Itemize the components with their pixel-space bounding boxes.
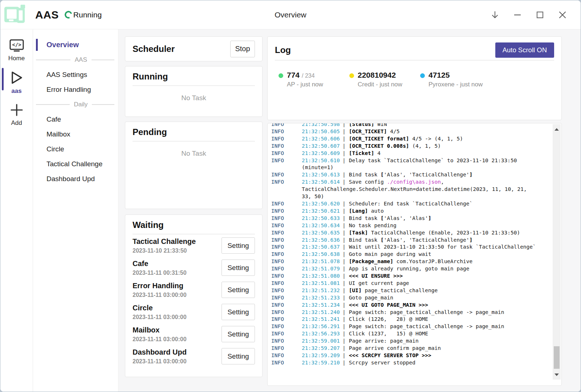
close-button[interactable]	[557, 10, 568, 20]
hide-to-tray-button[interactable]	[490, 10, 500, 20]
stop-button[interactable]: Stop	[230, 41, 255, 57]
log-console: INFO21:32:50.598|[Status] WININFO21:32:5…	[267, 123, 562, 386]
log-line: INFO21:32:50.607|[OCR_TICKET 0.008s] (4,…	[271, 143, 549, 150]
stat-value: 220810942	[358, 71, 396, 79]
log-line: INFO21:32:50.634|No task pending	[271, 222, 549, 229]
nav-item-label: Tactical Challenge	[46, 160, 102, 168]
log-column: Log Auto Scroll ON 774/ 234 AP - just no…	[267, 36, 562, 386]
rail-item-label: Home	[8, 55, 25, 62]
task-next-run-time: 2023-11-11 03:00:00	[133, 358, 187, 365]
log-line: INFO21:32:56.293|Click (1237, 15) @ HOME	[271, 330, 549, 338]
rail-item-aas[interactable]: aas	[0, 67, 33, 100]
nav-panel: Overview AAS AAS Settings Error Handling…	[33, 29, 118, 392]
nav-item-label: AAS Settings	[46, 71, 87, 79]
log-line: INFO21:32:51.081|UI get current page	[271, 280, 549, 287]
scroll-up-arrow-icon	[554, 128, 559, 131]
nav-item-label: Circle	[46, 145, 64, 153]
pending-empty-state: No Task	[133, 150, 255, 158]
log-line: INFO21:32:51.234|<<< UI GOTO PAGE_MAIN >…	[271, 302, 549, 309]
log-line: INFO21:32:50.610|Delay task `TacticalCha…	[271, 157, 549, 164]
nav-group-label: AAS	[75, 56, 87, 64]
log-line: 33, 50)	[271, 193, 549, 200]
stat-label: Credit - just now	[358, 81, 402, 88]
main-area: Scheduler Stop Running No Task Pending N…	[118, 29, 581, 392]
log-line: INFO21:32:50.635|[Task] TacticalChalleng…	[271, 229, 549, 237]
dashboard-stats: 774/ 234 AP - just now 220810942 Credit …	[275, 71, 554, 88]
task-name: Cafe	[133, 260, 187, 268]
nav-item-label: Cafe	[46, 115, 61, 123]
waiting-title: Waiting	[133, 220, 255, 234]
log-line: INFO21:32:59.209|<<< SCRCPY SERVER STOP …	[271, 352, 549, 359]
nav-item-label: Error Handling	[46, 86, 91, 94]
waiting-task-tactical-challenge: Tactical Challenge 2023-11-10 21:33:50 S…	[133, 234, 255, 257]
stat-dot-icon	[349, 73, 354, 78]
stat-value: 47125	[428, 71, 450, 79]
log-scrollbar[interactable]	[553, 124, 561, 380]
log-line: INFO21:32:50.638|Goto main page during w…	[271, 251, 549, 258]
nav-item-overview[interactable]: Overview	[33, 37, 118, 52]
log-title: Log	[275, 45, 291, 55]
close-icon	[558, 11, 566, 19]
setting-button[interactable]: Setting	[222, 260, 255, 276]
maximize-icon	[536, 11, 544, 19]
log-line: INFO21:32:56.291|Page switch: page_tacti…	[271, 323, 549, 330]
stat-label: AP - just now	[287, 81, 323, 88]
task-name: Tactical Challenge	[133, 237, 196, 246]
running-empty-state: No Task	[133, 94, 255, 102]
setting-button[interactable]: Setting	[222, 237, 255, 254]
log-line: INFO21:32:51.241|Click (1226, 28) @ HOME	[271, 316, 549, 323]
nav-item-dashboard-upd[interactable]: Dashboard Upd	[33, 171, 118, 186]
maximize-button[interactable]	[535, 10, 545, 20]
svg-text:</>: </>	[12, 42, 21, 48]
task-next-run-time: 2023-11-11 00:31:50	[133, 270, 187, 276]
auto-scroll-toggle[interactable]: Auto Scroll ON	[495, 42, 554, 58]
log-line: INFO21:32:59.001|Page arrive: page_main	[271, 338, 549, 345]
setting-button[interactable]: Setting	[222, 282, 255, 298]
plus-icon	[9, 103, 24, 117]
waiting-task-cafe: Cafe 2023-11-11 00:31:50 Setting	[133, 257, 255, 279]
minimize-button[interactable]	[512, 10, 523, 20]
log-line: INFO21:32:51.232|[UI] page_tactical_chal…	[271, 287, 549, 294]
nav-item-label: Dashboard Upd	[46, 175, 95, 183]
nav-item-tactical-challenge[interactable]: Tactical Challenge	[33, 156, 118, 171]
scroll-up-button[interactable]	[553, 126, 561, 133]
waiting-card: Waiting Tactical Challenge 2023-11-10 21…	[125, 215, 263, 377]
running-title: Running	[133, 72, 255, 86]
log-line: INFO21:32:50.605|[OCR_TICKET] 4/5	[271, 128, 549, 135]
setting-button[interactable]: Setting	[222, 304, 255, 320]
task-name: Error Handling	[133, 282, 187, 290]
stat-dot-icon	[279, 73, 283, 78]
log-line: INFO21:32:50.613|Bind task ['Alas', 'Tac…	[271, 171, 549, 179]
waiting-task-dashboard-upd: Dashboard Upd 2023-11-11 03:00:00 Settin…	[133, 345, 255, 367]
icon-rail: </> Home aas Add	[0, 29, 33, 392]
window-controls	[490, 0, 568, 29]
play-icon	[10, 70, 24, 85]
nav-item-error-handling[interactable]: Error Handling	[33, 82, 118, 97]
scrollbar-thumb[interactable]	[554, 346, 560, 369]
log-line: INFO21:32:51.078|[Package_name] com.Yost…	[271, 258, 549, 265]
nav-item-aas-settings[interactable]: AAS Settings	[33, 67, 118, 82]
pending-title: Pending	[133, 127, 255, 142]
stat-ap: 774/ 234 AP - just now	[279, 71, 349, 88]
waiting-task-mailbox: Mailbox 2023-11-11 03:00:00 Setting	[133, 323, 255, 345]
scroll-down-button[interactable]	[553, 371, 561, 378]
rail-item-add[interactable]: Add	[0, 100, 33, 132]
nav-item-mailbox[interactable]: Mailbox	[33, 127, 118, 142]
task-next-run-time: 2023-11-11 03:00:00	[133, 292, 187, 298]
log-line: TacticalChallenge.Scheduler.NextRun=date…	[271, 186, 549, 193]
nav-item-circle[interactable]: Circle	[33, 142, 118, 156]
setting-button[interactable]: Setting	[222, 326, 255, 342]
stat-dot-icon	[420, 73, 425, 78]
task-name: Circle	[133, 304, 187, 312]
setting-button[interactable]: Setting	[222, 348, 255, 364]
running-spinner-icon	[63, 10, 73, 20]
rail-item-home[interactable]: </> Home	[0, 36, 33, 67]
scheduler-card: Scheduler Stop	[125, 36, 263, 61]
code-monitor-icon: </>	[9, 39, 24, 53]
log-line: INFO21:32:51.079|App is already running,…	[271, 265, 549, 273]
nav-item-cafe[interactable]: Cafe	[33, 112, 118, 127]
content: </> Home aas Add Overview	[0, 29, 581, 392]
nav-group-divider: Daily	[33, 97, 118, 112]
nav-group-divider: AAS	[33, 52, 118, 67]
log-line: INFO21:32:50.609|[Ticket] 4	[271, 150, 549, 157]
